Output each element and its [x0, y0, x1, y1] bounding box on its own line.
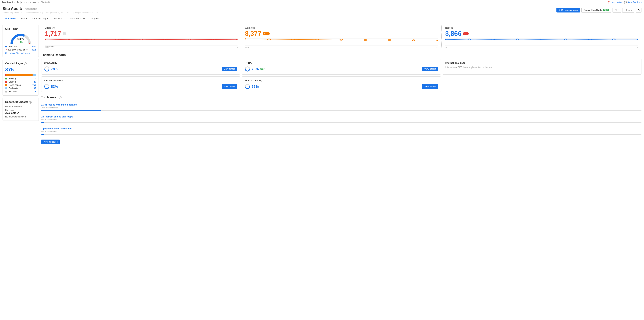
tab-crawled-pages[interactable]: Crawled Pages — [30, 15, 51, 22]
internal-linking-donut-icon — [244, 84, 250, 89]
header-left: Site Audit: coulters coultersproperty.co… — [2, 6, 98, 14]
notices-block: Notices i 3,866 +11 — [442, 25, 642, 50]
export-button[interactable]: ↑ Export — [622, 8, 634, 13]
export-icon: ↑ — [624, 9, 625, 12]
header-right: ↻ Re-run campaign Google Data Studio NEW… — [556, 8, 642, 13]
errors-info-icon[interactable]: i — [52, 27, 55, 29]
https-view-details-btn[interactable]: View details — [422, 67, 438, 71]
help-center-link[interactable]: ❓ Help center — [608, 1, 622, 4]
gds-button[interactable]: Google Data Studio NEW — [582, 8, 611, 13]
crawled-pages-title: Crawled Pages i — [5, 62, 36, 65]
issue-redirect-chains-bar — [41, 122, 642, 123]
errors-sparkline: 2000 2000 — [45, 38, 238, 48]
crawlability-donut-icon — [44, 66, 50, 72]
feedback-icon: 💬 — [624, 1, 627, 4]
breadcrumb-dashboard[interactable]: Dashboard — [2, 1, 13, 4]
crawled-pages-info-icon[interactable]: i — [24, 63, 26, 65]
crawled-legend: Healthy 0 Broken 20 Have issues — [5, 77, 36, 93]
help-icon: ❓ — [608, 1, 610, 4]
top-issues-section: Top Issues: i 1,351 issues with mixed co… — [41, 96, 642, 144]
errors-block: Errors i 1,717 0 — [41, 25, 241, 50]
issue-slow-load: 1 page has slow load speed 0% of total i… — [41, 125, 642, 137]
robots-title: Robots.txt Updates i — [5, 100, 36, 104]
breadcrumb-projects[interactable]: Projects — [17, 1, 24, 4]
svg-point-16 — [245, 38, 246, 40]
gds-badge: NEW — [603, 9, 609, 11]
topbar-right: ❓ Help center 💬 Send feedback — [608, 1, 642, 4]
issue-redirect-chains-sub: 0% of total issues — [41, 119, 642, 121]
tab-compare-crawls[interactable]: Compare Crawls — [66, 15, 88, 22]
gauge-wrap: 64% +4% — [5, 32, 36, 44]
send-feedback-link[interactable]: 💬 Send feedback — [624, 1, 642, 4]
issue-slow-load-bar — [41, 134, 642, 135]
thematic-reports-title: Thematic Reports — [41, 53, 642, 57]
international-seo-no-impl: International SEO is not implemented on … — [445, 66, 639, 69]
site-health-title: Site Health — [5, 27, 36, 30]
issue-mixed-content-bar — [41, 110, 642, 111]
site-health-card: Site Health 64% +4% — [2, 25, 39, 57]
site-performance-view-details-btn[interactable]: View details — [222, 84, 238, 89]
pdf-button[interactable]: PDF — [612, 8, 621, 13]
breadcrumb: Dashboard > Projects > coulters > Site A… — [2, 1, 51, 4]
warnings-badge: +111 — [263, 32, 270, 35]
issue-slow-load-sub: 0% of total issues — [41, 131, 642, 133]
report-international-seo: International SEO International SEO is n… — [443, 59, 642, 75]
view-all-issues-button[interactable]: View all issues — [41, 140, 60, 144]
notices-label: Notices i — [445, 27, 638, 29]
report-crawlability: Crawlability 78% View details — [41, 59, 240, 75]
rerun-icon: ↻ — [558, 9, 560, 12]
issue-mixed-content-sub: 10% of total issues — [41, 107, 642, 109]
report-site-performance: Site Performance 83% View details — [41, 76, 240, 92]
warnings-info-icon[interactable]: i — [256, 27, 258, 29]
robots-card: Robots.txt Updates i since the last craw… — [2, 98, 39, 121]
gauge: 64% +4% — [10, 32, 32, 44]
robots-subtitle: since the last crawl — [5, 105, 36, 108]
legend-broken: Broken 20 — [5, 81, 36, 83]
issue-slow-load-link[interactable]: 1 page has slow load speed — [41, 127, 72, 130]
top-issues-info-icon[interactable]: i — [59, 97, 62, 99]
notices-sparkline — [445, 38, 638, 48]
internal-linking-view-details-btn[interactable]: View details — [422, 84, 438, 89]
top10-chevron-icon: ▼ — [26, 49, 28, 51]
robots-info-icon[interactable]: i — [29, 101, 32, 104]
tab-progress[interactable]: Progress — [88, 15, 102, 22]
notices-badge: +11 — [463, 32, 469, 35]
issue-mixed-content-link[interactable]: 1,351 issues with mixed content — [41, 103, 77, 106]
topbar: Dashboard > Projects > coulters > Site A… — [0, 0, 644, 5]
dot-healthy — [5, 78, 7, 80]
tab-overview[interactable]: Overview — [2, 15, 18, 22]
tabs: Overview Issues Crawled Pages Statistics… — [0, 15, 644, 22]
page-title: Site Audit: coulters — [2, 6, 98, 11]
domain: coultersproperty.co.uk — [2, 12, 22, 14]
device: Device: Desktop — [26, 12, 40, 14]
issue-mixed-content-fill — [41, 110, 101, 111]
gauge-delta: +4% — [17, 41, 24, 43]
crawlability-view-details-btn[interactable]: View details — [222, 67, 238, 71]
sidebar: Site Health 64% +4% — [2, 25, 39, 144]
top10-arrow-icon: ▼ — [5, 49, 7, 51]
reports-grid: Crawlability 78% View details HTTPS — [41, 59, 642, 92]
svg-point-3 — [45, 39, 46, 40]
crawled-pages-card: Crawled Pages i 875 Healthy 0 — [2, 59, 39, 96]
pages-crawled: Pages crawled: 875/1,000 — [75, 12, 98, 14]
site-performance-donut-icon — [44, 84, 50, 89]
tab-issues[interactable]: Issues — [18, 15, 30, 22]
issue-redirect-chains-link[interactable]: 20 redirect chains and loops — [41, 115, 73, 118]
rerun-button[interactable]: ↻ Re-run campaign — [556, 8, 580, 13]
header: Site Audit: coulters coultersproperty.co… — [0, 5, 644, 15]
issue-redirect-chains-fill — [41, 122, 44, 123]
robots-status: Available ↗ — [5, 112, 36, 114]
report-https: HTTPS 76% +62% View details — [242, 59, 441, 75]
svg-point-24 — [436, 40, 438, 41]
breadcrumb-coulters[interactable]: coulters — [28, 1, 36, 4]
site-health-more-link[interactable]: More about Site Health score — [5, 52, 36, 54]
issue-slow-load-fill — [41, 134, 44, 135]
errors-badge: 0 — [62, 32, 66, 35]
legend-your-site: Your site 64% — [5, 45, 36, 48]
tab-statistics[interactable]: Statistics — [51, 15, 66, 22]
dot-have-issues — [5, 84, 7, 86]
last-update: Last update: Sat, Jul 11, 2020 — [45, 12, 71, 14]
notices-info-icon[interactable]: i — [454, 27, 456, 29]
svg-point-4 — [68, 39, 70, 40]
settings-button[interactable]: ⚙ — [636, 8, 642, 13]
